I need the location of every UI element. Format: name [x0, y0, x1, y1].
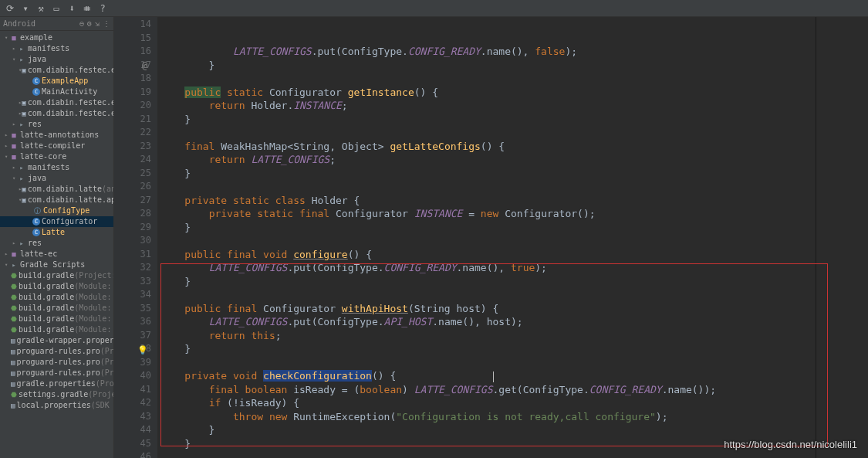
- tree-item[interactable]: ▾▸Gradle Scripts: [0, 260, 113, 270]
- code-line[interactable]: }: [160, 437, 816, 451]
- line-number[interactable]: 15: [114, 32, 151, 46]
- line-number[interactable]: 14: [114, 18, 151, 32]
- tree-arrow-icon[interactable]: ▸: [11, 119, 17, 130]
- tree-item[interactable]: ▸▸res: [0, 119, 113, 130]
- line-number[interactable]: 29: [114, 221, 151, 235]
- code-line[interactable]: public final void configure() {: [160, 248, 816, 262]
- code-line[interactable]: if (!isReady) {: [160, 396, 816, 410]
- tree-item[interactable]: ⬣settings.gradle (Project Settings): [0, 389, 113, 400]
- tree-arrow-icon[interactable]: ▾: [3, 151, 9, 162]
- tree-arrow-icon[interactable]: ▸: [3, 249, 9, 260]
- code-line[interactable]: LATTE_CONFIGS.put(ConfigType.CONFIG_READ…: [160, 261, 816, 275]
- collapse-icon[interactable]: ⊖: [79, 19, 84, 28]
- code-line[interactable]: }: [160, 113, 816, 127]
- code-line[interactable]: }: [160, 275, 816, 289]
- tree-arrow-icon[interactable]: ▸: [11, 43, 17, 54]
- tree-arrow-icon[interactable]: ▾: [11, 173, 17, 184]
- code-line[interactable]: [160, 288, 816, 302]
- gear-icon[interactable]: ⚙: [87, 19, 92, 28]
- tree-arrow-icon[interactable]: ▸: [11, 238, 17, 249]
- line-number[interactable]: 39: [114, 356, 151, 370]
- tree-arrow-icon[interactable]: ▸: [3, 130, 9, 141]
- tree-item[interactable]: ▸▣com.diabin.festec.example (androidTest…: [0, 97, 113, 108]
- tree-item[interactable]: ▤proguard-rules.pro (ProGuard Rules for …: [0, 357, 113, 368]
- tree-item[interactable]: ⬣build.gradle (Project: FestEC): [0, 270, 113, 281]
- code-line[interactable]: LATTE_CONFIGS.put(ConfigType.CONFIG_READ…: [160, 45, 816, 59]
- line-number[interactable]: 19: [114, 86, 151, 100]
- tree-item[interactable]: ▸■latte-ec: [0, 249, 113, 260]
- line-number[interactable]: 25: [114, 167, 151, 181]
- tree-arrow-icon[interactable]: ▸: [3, 141, 9, 151]
- code-line[interactable]: [160, 356, 816, 370]
- code-line[interactable]: [160, 450, 816, 458]
- code-line[interactable]: }: [160, 423, 816, 437]
- line-number[interactable]: 17@: [114, 59, 151, 73]
- avd-icon[interactable]: ▭: [51, 3, 62, 14]
- code-line[interactable]: }: [160, 167, 816, 181]
- line-number[interactable]: 38💡: [114, 342, 151, 356]
- tree-item[interactable]: ▤local.properties (SDK Location): [0, 400, 113, 411]
- tree-item[interactable]: ▾▸java: [0, 173, 113, 184]
- tree-item[interactable]: ▾▣com.diabin.festec.example: [0, 65, 113, 76]
- line-number[interactable]: 46: [114, 450, 151, 458]
- line-number[interactable]: 37: [114, 329, 151, 343]
- code-line[interactable]: }: [160, 342, 816, 356]
- sync-icon[interactable]: ⟳: [5, 3, 15, 14]
- line-number[interactable]: 16: [114, 45, 151, 59]
- tree-item[interactable]: ▤proguard-rules.pro (ProGuard Rules for …: [0, 346, 113, 357]
- code-line[interactable]: public static Configurator getInstance()…: [160, 86, 816, 100]
- line-number[interactable]: 23: [114, 140, 151, 154]
- tree-item[interactable]: ⬣build.gradle (Module: latte-annotations…: [0, 292, 113, 303]
- line-number[interactable]: 30: [114, 234, 151, 248]
- line-number[interactable]: 32: [114, 261, 151, 275]
- tree-item[interactable]: CExampleApp: [0, 76, 113, 87]
- tree-item[interactable]: CLatte: [0, 227, 113, 238]
- sdk-icon[interactable]: ⬇: [66, 3, 77, 14]
- tree-item[interactable]: ⬣build.gradle (Module: latte-core): [0, 314, 113, 324]
- code-line[interactable]: LATTE_CONFIGS.put(ConfigType.API_HOST.na…: [160, 315, 816, 329]
- line-number[interactable]: 24: [114, 153, 151, 167]
- tree-item[interactable]: ▤gradle.properties (Project Properties): [0, 378, 113, 389]
- code-line[interactable]: return LATTE_CONFIGS;: [160, 153, 816, 167]
- tree-item[interactable]: ▸■latte-compiler: [0, 141, 113, 151]
- code-line[interactable]: private static class Holder {: [160, 194, 816, 208]
- tree-item[interactable]: ▸■latte-annotations: [0, 130, 113, 141]
- gutter[interactable]: 14151617@1819202122232425262728293031323…: [114, 17, 157, 458]
- line-number[interactable]: 44: [114, 423, 151, 437]
- code-area[interactable]: LATTE_CONFIGS.put(ConfigType.CONFIG_READ…: [157, 17, 816, 458]
- tree-item[interactable]: ▸▸manifests: [0, 162, 113, 173]
- line-number[interactable]: 35: [114, 302, 151, 316]
- tree-arrow-icon[interactable]: ▾: [11, 54, 17, 65]
- code-line[interactable]: [160, 234, 816, 248]
- tree-arrow-icon[interactable]: ▸: [11, 162, 17, 173]
- tree-item[interactable]: ⬣build.gradle (Module: example): [0, 281, 113, 292]
- tree-item[interactable]: CConfigurator: [0, 216, 113, 227]
- tree-item[interactable]: ▸▸res: [0, 238, 113, 249]
- line-number[interactable]: 21: [114, 113, 151, 127]
- code-line[interactable]: }: [160, 59, 816, 73]
- line-number[interactable]: 20: [114, 99, 151, 113]
- project-tree[interactable]: ▾■example▸▸manifests▾▸java▾▣com.diabin.f…: [0, 31, 113, 458]
- tree-item[interactable]: ⬣build.gradle (Module: latte-compiler): [0, 303, 113, 314]
- code-line[interactable]: final boolean isReady = (boolean) LATTE_…: [160, 383, 816, 397]
- tree-item[interactable]: ▸▣com.diabin.latte (androidTest): [0, 184, 113, 195]
- tree-item[interactable]: ▾▣com.diabin.latte.app: [0, 195, 113, 205]
- line-number[interactable]: 36: [114, 315, 151, 329]
- code-line[interactable]: private void checkConfiguration() {: [160, 369, 816, 383]
- code-line[interactable]: throw new RuntimeException("Configuratio…: [160, 410, 816, 424]
- tree-item[interactable]: ▸▣com.diabin.festec.example (test): [0, 108, 113, 119]
- tree-item[interactable]: ⓙConfigType: [0, 205, 113, 216]
- build-icon[interactable]: ⚒: [35, 3, 46, 14]
- tree-item[interactable]: CMainActivity: [0, 87, 113, 97]
- more-icon[interactable]: ⋮: [103, 19, 110, 28]
- gradle-icon[interactable]: ▾: [20, 3, 31, 14]
- tree-item[interactable]: ▸▸manifests: [0, 43, 113, 54]
- tree-item[interactable]: ▤gradle-wrapper.properties (Gradle Versi: [0, 335, 113, 346]
- line-number[interactable]: 18: [114, 72, 151, 86]
- tree-item[interactable]: ⬣build.gradle (Module: latte-ec): [0, 324, 113, 335]
- line-number[interactable]: 42: [114, 396, 151, 410]
- line-number[interactable]: 41: [114, 383, 151, 397]
- line-number[interactable]: 26: [114, 180, 151, 194]
- code-line[interactable]: [160, 72, 816, 86]
- code-line[interactable]: final WeakHashMap<String, Object> getLat…: [160, 140, 816, 154]
